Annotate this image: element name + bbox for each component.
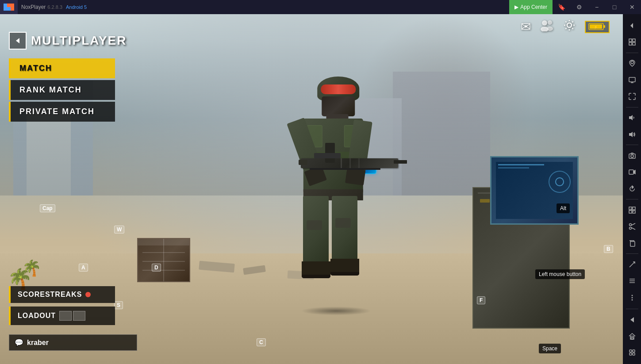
- svg-point-33: [629, 224, 631, 226]
- military-equipment: [464, 143, 579, 329]
- game-area: 🌴 🌴 ✉ ⚡: [0, 14, 623, 364]
- loadout-icon-1: [59, 311, 72, 321]
- settings-button[interactable]: ⚙: [570, 0, 588, 14]
- app-center-icon: ▶: [514, 4, 518, 10]
- back-button[interactable]: [9, 32, 27, 50]
- sidebar-volume-up-icon[interactable]: [624, 126, 640, 142]
- sidebar-apps-icon[interactable]: [624, 34, 640, 50]
- sidebar-divider-1: [626, 53, 638, 53]
- right-sidebar: [623, 14, 641, 364]
- bottom-left-buttons: SCORESTREAKS LOADOUT: [9, 286, 115, 329]
- app-name: NoxPlayer: [21, 4, 46, 10]
- rank-match-button[interactable]: RANK MATCH: [9, 80, 115, 100]
- scorestreak-notification-dot: [85, 292, 91, 297]
- sidebar-location-icon[interactable]: [624, 56, 640, 71]
- svg-rect-17: [629, 42, 632, 45]
- svg-rect-50: [633, 353, 635, 355]
- multiplayer-header: MULTIPLAYER: [9, 32, 128, 50]
- app-logo: [0, 0, 18, 14]
- svg-rect-37: [630, 241, 635, 246]
- minimize-button[interactable]: −: [588, 0, 606, 14]
- svg-rect-46: [631, 337, 633, 339]
- svg-point-19: [631, 61, 633, 64]
- svg-rect-2: [7, 7, 11, 11]
- svg-marker-13: [16, 38, 19, 43]
- titlebar: NoxPlayer 6.2.8.3 Android 5 ▶ App Center…: [0, 0, 641, 14]
- private-match-button[interactable]: PRIVATE MATCH: [9, 102, 115, 122]
- sidebar-home-icon[interactable]: [624, 328, 640, 344]
- game-ui-left-panel: MULTIPLAYER MATCH RANK MATCH PRIVATE MAT…: [9, 32, 128, 123]
- supply-crate: [137, 238, 190, 282]
- friends-icon[interactable]: [540, 19, 554, 34]
- svg-point-34: [629, 227, 631, 230]
- svg-marker-26: [633, 170, 635, 174]
- sidebar-copy-icon[interactable]: [624, 235, 640, 251]
- svg-rect-18: [633, 42, 635, 45]
- match-button[interactable]: MATCH: [9, 58, 115, 78]
- sidebar-screen-icon[interactable]: [624, 72, 640, 88]
- loadout-label: LOADOUT: [18, 312, 56, 320]
- svg-marker-44: [630, 317, 634, 322]
- sidebar-scissors-icon[interactable]: [624, 219, 640, 234]
- svg-marker-21: [629, 115, 633, 120]
- svg-point-43: [631, 299, 633, 300]
- sidebar-macro-icon[interactable]: [624, 202, 640, 218]
- sidebar-more-icon[interactable]: [624, 290, 640, 305]
- svg-text:⚡: ⚡: [594, 25, 598, 29]
- svg-rect-0: [4, 4, 7, 11]
- app-center-button[interactable]: ▶ App Center: [509, 0, 553, 14]
- svg-line-36: [631, 228, 635, 230]
- battery-indicator: ⚡: [585, 21, 610, 33]
- svg-rect-3: [11, 4, 14, 11]
- close-button[interactable]: ✕: [623, 0, 641, 14]
- svg-marker-14: [630, 23, 633, 28]
- sidebar-divider-5: [626, 253, 638, 254]
- svg-line-35: [631, 223, 635, 226]
- sidebar-divider-2: [626, 107, 638, 107]
- chat-box[interactable]: 💬 kraber: [9, 334, 137, 351]
- scorestreaks-button[interactable]: SCORESTREAKS: [9, 286, 115, 303]
- sidebar-arrow-left-icon[interactable]: [624, 312, 640, 327]
- svg-rect-30: [629, 211, 632, 213]
- bookmark-button[interactable]: 🔖: [553, 0, 570, 14]
- svg-point-41: [631, 295, 633, 296]
- palm-tree-left2: 🌴: [22, 260, 40, 276]
- svg-rect-16: [633, 39, 635, 42]
- settings-game-icon[interactable]: [563, 19, 576, 35]
- restore-button[interactable]: □: [606, 0, 623, 14]
- loadout-button[interactable]: LOADOUT: [9, 307, 115, 325]
- svg-rect-29: [633, 207, 635, 210]
- svg-point-4: [542, 20, 547, 26]
- svg-point-7: [547, 27, 553, 31]
- svg-rect-15: [629, 39, 632, 42]
- screen-title: MULTIPLAYER: [31, 34, 127, 48]
- loadout-icon-2: [73, 311, 85, 321]
- sidebar-divider-bottom: [626, 309, 638, 309]
- sidebar-volume-down-icon[interactable]: [624, 110, 640, 126]
- svg-rect-47: [629, 350, 632, 352]
- svg-rect-10: [603, 25, 605, 28]
- svg-rect-20: [629, 77, 635, 82]
- sidebar-camera-icon[interactable]: [624, 148, 640, 163]
- game-top-icons: ✉ ⚡: [521, 19, 610, 35]
- app-version: 6.2.8.3: [47, 4, 62, 10]
- svg-rect-1: [7, 4, 11, 7]
- sidebar-expand-icon[interactable]: [624, 88, 640, 104]
- sidebar-refresh-icon[interactable]: [624, 181, 640, 196]
- chat-icon: 💬: [15, 338, 23, 347]
- svg-point-24: [631, 155, 633, 157]
- sidebar-menu-icon[interactable]: [624, 273, 640, 289]
- loadout-icons: [59, 311, 85, 321]
- sidebar-back-icon[interactable]: [624, 18, 640, 33]
- sidebar-resize-icon[interactable]: [624, 257, 640, 272]
- sidebar-divider-3: [626, 145, 638, 145]
- sidebar-divider-4: [626, 199, 638, 199]
- scorestreaks-label: SCORESTREAKS: [18, 291, 82, 299]
- svg-point-42: [631, 297, 633, 298]
- sidebar-recent-icon[interactable]: [624, 345, 640, 360]
- svg-rect-49: [629, 353, 632, 355]
- sidebar-record-icon[interactable]: [624, 165, 640, 180]
- window-controls: 🔖 ⚙ − □ ✕: [553, 0, 641, 14]
- svg-marker-27: [632, 186, 633, 188]
- mail-icon[interactable]: ✉: [521, 19, 531, 34]
